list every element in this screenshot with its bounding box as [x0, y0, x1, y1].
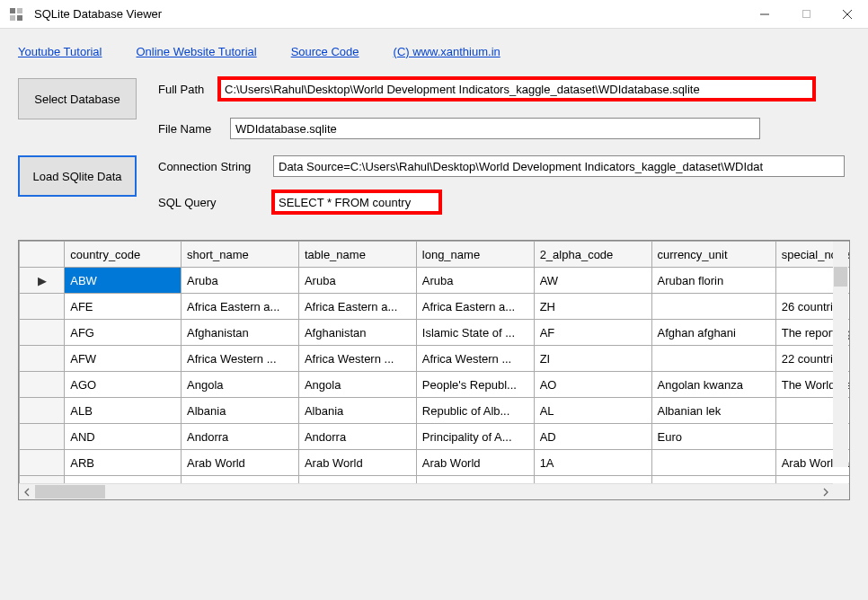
cell-long-name[interactable]: Africa Western ... [416, 346, 534, 372]
cell-currency-unit[interactable]: U.A.E. dirham [651, 476, 775, 484]
row-header-blank[interactable] [20, 242, 65, 268]
cell-table-name[interactable]: United Arab Em... [298, 476, 416, 484]
maximize-button[interactable] [785, 0, 827, 29]
row-selector[interactable] [20, 424, 65, 450]
select-database-button[interactable]: Select Database [18, 78, 137, 119]
cell-alpha-code[interactable]: 1A [534, 450, 651, 476]
table-row[interactable]: ▶ABWArubaArubaArubaAWAruban florin [20, 268, 850, 294]
cell-short-name[interactable]: Africa Western ... [182, 346, 299, 372]
cell-long-name[interactable]: Principality of A... [416, 424, 534, 450]
cell-short-name[interactable]: Andorra [182, 424, 299, 450]
horizontal-scrollbar[interactable] [19, 483, 849, 499]
table-row[interactable]: ALBAlbaniaAlbaniaRepublic of Alb...ALAlb… [20, 398, 850, 424]
row-selector[interactable] [20, 320, 65, 346]
cell-alpha-code[interactable]: AL [534, 398, 651, 424]
cell-currency-unit[interactable]: Euro [651, 424, 775, 450]
cell-currency-unit[interactable] [651, 450, 775, 476]
row-selector[interactable] [20, 476, 65, 484]
full-path-input[interactable] [219, 78, 814, 100]
table-row[interactable]: AFGAfghanistanAfghanistanIslamic State o… [20, 320, 850, 346]
col-short-name[interactable]: short_name [182, 242, 299, 268]
cell-currency-unit[interactable] [651, 294, 775, 320]
cell-country-code[interactable]: ALB [65, 398, 182, 424]
cell-special-notes[interactable] [775, 476, 849, 484]
cell-country-code[interactable]: AND [65, 424, 182, 450]
cell-alpha-code[interactable]: AD [534, 424, 651, 450]
close-button[interactable] [827, 0, 868, 29]
cell-country-code[interactable]: AFE [65, 294, 182, 320]
cell-short-name[interactable]: Angola [182, 372, 299, 398]
table-row[interactable]: ARBArab WorldArab WorldArab World1AArab … [20, 450, 850, 476]
connection-string-input[interactable] [273, 155, 845, 177]
cell-table-name[interactable]: Angola [298, 372, 416, 398]
col-currency-unit[interactable]: currency_unit [651, 242, 775, 268]
table-row[interactable]: AFEAfrica Eastern a...Africa Eastern a..… [20, 294, 850, 320]
cell-table-name[interactable]: Aruba [298, 268, 416, 294]
online-website-tutorial-link[interactable]: Online Website Tutorial [136, 45, 256, 58]
cell-long-name[interactable]: Africa Eastern a... [416, 294, 534, 320]
cell-short-name[interactable]: United Arab Em... [182, 476, 299, 484]
row-selector[interactable] [20, 450, 65, 476]
cell-short-name[interactable]: Arab World [182, 450, 299, 476]
row-selector[interactable] [20, 398, 65, 424]
cell-long-name[interactable]: Republic of Alb... [416, 398, 534, 424]
cell-alpha-code[interactable]: AE [534, 476, 651, 484]
col-table-name[interactable]: table_name [298, 242, 416, 268]
cell-short-name[interactable]: Afghanistan [182, 320, 299, 346]
cell-country-code[interactable]: AFG [65, 320, 182, 346]
cell-table-name[interactable]: Albania [298, 398, 416, 424]
row-selector[interactable] [20, 372, 65, 398]
cell-table-name[interactable]: Andorra [298, 424, 416, 450]
file-name-input[interactable] [230, 118, 760, 139]
cell-alpha-code[interactable]: ZI [534, 346, 651, 372]
cell-short-name[interactable]: Africa Eastern a... [182, 294, 299, 320]
row-selector[interactable] [20, 346, 65, 372]
cell-currency-unit[interactable]: Aruban florin [651, 268, 775, 294]
cell-table-name[interactable]: Afghanistan [298, 320, 416, 346]
cell-long-name[interactable]: United Arab Em... [416, 476, 534, 484]
table-row[interactable]: ANDAndorraAndorraPrincipality of A...ADE… [20, 424, 850, 450]
cell-alpha-code[interactable]: AF [534, 320, 651, 346]
scroll-left-icon[interactable] [19, 484, 35, 499]
branding-link[interactable]: (C) www.xanthium.in [394, 45, 500, 58]
table-row[interactable]: AFWAfrica Western ...Africa Western ...A… [20, 346, 850, 372]
cell-country-code[interactable]: AFW [65, 346, 182, 372]
cell-currency-unit[interactable]: Afghan afghani [651, 320, 775, 346]
cell-long-name[interactable]: Islamic State of ... [416, 320, 534, 346]
col-long-name[interactable]: long_name [416, 242, 534, 268]
cell-table-name[interactable]: Africa Western ... [298, 346, 416, 372]
svg-rect-5 [802, 11, 810, 18]
cell-alpha-code[interactable]: AO [534, 372, 651, 398]
cell-long-name[interactable]: Arab World [416, 450, 534, 476]
cell-alpha-code[interactable]: ZH [534, 294, 651, 320]
cell-currency-unit[interactable]: Angolan kwanza [651, 372, 775, 398]
row-selector[interactable] [20, 294, 65, 320]
col-alpha-code[interactable]: 2_alpha_code [534, 242, 651, 268]
cell-table-name[interactable]: Arab World [298, 450, 416, 476]
row-selector[interactable]: ▶ [20, 268, 65, 294]
minimize-button[interactable] [744, 0, 785, 29]
cell-long-name[interactable]: People's Republ... [416, 372, 534, 398]
cell-country-code[interactable]: ABW [65, 268, 182, 294]
horizontal-scroll-thumb[interactable] [35, 485, 105, 499]
cell-country-code[interactable]: ARB [65, 450, 182, 476]
cell-short-name[interactable]: Aruba [182, 268, 299, 294]
cell-currency-unit[interactable] [651, 346, 775, 372]
table-row[interactable]: AGOAngolaAngolaPeople's Republ...AOAngol… [20, 372, 850, 398]
col-country-code[interactable]: country_code [65, 242, 182, 268]
scroll-right-icon[interactable] [818, 484, 834, 499]
vertical-scroll-thumb[interactable] [834, 267, 847, 287]
youtube-tutorial-link[interactable]: Youtube Tutorial [18, 45, 102, 58]
cell-table-name[interactable]: Africa Eastern a... [298, 294, 416, 320]
cell-alpha-code[interactable]: AW [534, 268, 651, 294]
cell-currency-unit[interactable]: Albanian lek [651, 398, 775, 424]
load-sqlite-data-button[interactable]: Load SQlite Data [18, 155, 137, 197]
cell-short-name[interactable]: Albania [182, 398, 299, 424]
table-row[interactable]: AREUnited Arab Em...United Arab Em...Uni… [20, 476, 850, 484]
cell-country-code[interactable]: ARE [65, 476, 182, 484]
cell-country-code[interactable]: AGO [65, 372, 182, 398]
source-code-link[interactable]: Source Code [291, 45, 359, 58]
vertical-scrollbar[interactable] [833, 242, 848, 467]
cell-long-name[interactable]: Aruba [416, 268, 534, 294]
sql-query-input[interactable] [273, 191, 440, 213]
